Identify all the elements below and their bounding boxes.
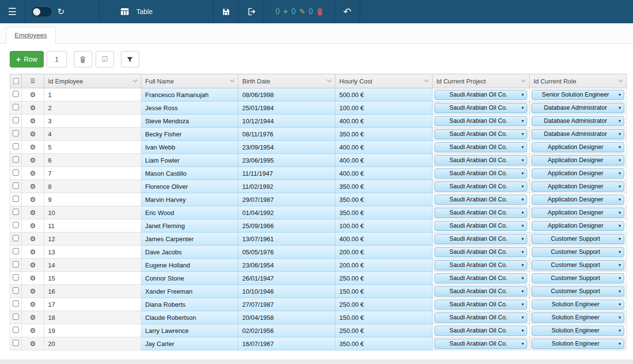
cell-hourly-cost[interactable]: 150.00 € bbox=[335, 285, 433, 298]
row-checkbox[interactable] bbox=[13, 117, 19, 123]
cell-full-name[interactable]: Xander Freeman bbox=[141, 285, 238, 298]
cell-hourly-cost[interactable]: 150.00 € bbox=[335, 311, 433, 324]
role-dropdown[interactable]: Customer Support ▾ bbox=[532, 286, 624, 297]
row-checkbox[interactable] bbox=[13, 248, 19, 254]
project-dropdown[interactable]: Saudi Arabian Oil Co. ▾ bbox=[434, 247, 527, 257]
column-header-hourly-cost[interactable]: Hourly Cost bbox=[335, 74, 433, 88]
cell-hourly-cost[interactable]: 200.00 € bbox=[335, 246, 433, 259]
column-header-full-name[interactable]: Full Name bbox=[141, 74, 238, 88]
row-checkbox[interactable] bbox=[13, 327, 19, 333]
gear-icon[interactable]: ⚙ bbox=[30, 235, 36, 243]
project-dropdown[interactable]: Saudi Arabian Oil Co. ▾ bbox=[434, 286, 527, 297]
project-dropdown[interactable]: Saudi Arabian Oil Co. ▾ bbox=[434, 221, 527, 231]
role-dropdown[interactable]: Application Designer ▾ bbox=[532, 208, 624, 218]
cell-hourly-cost[interactable]: 100.00 € bbox=[335, 101, 433, 115]
cell-full-name[interactable]: Dave Jacobs bbox=[141, 246, 238, 259]
cell-full-name[interactable]: Liam Fowler bbox=[141, 154, 238, 167]
cell-hourly-cost[interactable]: 400.00 € bbox=[335, 167, 433, 180]
role-dropdown[interactable]: Application Designer ▾ bbox=[532, 182, 624, 192]
cell-birth-date[interactable]: 23/06/1954 bbox=[238, 259, 335, 272]
row-checkbox[interactable] bbox=[13, 222, 19, 228]
gear-icon[interactable]: ⚙ bbox=[30, 248, 36, 256]
cell-birth-date[interactable]: 08/06/1998 bbox=[238, 88, 335, 101]
column-header-id-current-role[interactable]: Id Current Role bbox=[530, 74, 627, 88]
gear-icon[interactable]: ⚙ bbox=[30, 274, 36, 282]
project-dropdown[interactable]: Saudi Arabian Oil Co. ▾ bbox=[434, 208, 527, 218]
cell-birth-date[interactable]: 26/01/1947 bbox=[238, 272, 335, 285]
column-header-id-employee[interactable]: Id Employee bbox=[44, 74, 141, 88]
gear-icon[interactable]: ⚙ bbox=[30, 182, 36, 190]
cell-hourly-cost[interactable]: 350.00 € bbox=[335, 193, 433, 206]
cell-full-name[interactable]: Francesco Ramanujah bbox=[141, 88, 238, 101]
tab-employees[interactable]: Employees bbox=[6, 27, 56, 44]
project-dropdown[interactable]: Saudi Arabian Oil Co. ▾ bbox=[434, 155, 527, 165]
cell-full-name[interactable]: Eugene Holland bbox=[141, 259, 238, 272]
cell-hourly-cost[interactable]: 200.00 € bbox=[335, 259, 433, 272]
filter-button[interactable] bbox=[121, 51, 139, 67]
cell-birth-date[interactable]: 29/07/1987 bbox=[238, 193, 335, 206]
cell-birth-date[interactable]: 11/11/1947 bbox=[238, 167, 335, 180]
cell-hourly-cost[interactable]: 400.00 € bbox=[335, 115, 433, 128]
role-dropdown[interactable]: Application Designer ▾ bbox=[532, 221, 624, 231]
add-row-button[interactable]: + Row bbox=[10, 51, 44, 67]
delete-rows-button[interactable] bbox=[74, 51, 92, 67]
export-icon[interactable] bbox=[247, 7, 256, 17]
cell-hourly-cost[interactable]: 250.00 € bbox=[335, 298, 433, 311]
role-dropdown[interactable]: Customer Support ▾ bbox=[532, 273, 624, 283]
row-checkbox[interactable] bbox=[13, 91, 19, 97]
gear-icon[interactable]: ⚙ bbox=[30, 300, 36, 308]
project-dropdown[interactable]: Saudi Arabian Oil Co. ▾ bbox=[434, 326, 527, 336]
cell-birth-date[interactable]: 08/11/1976 bbox=[238, 128, 335, 141]
cell-full-name[interactable]: Steve Mendoza bbox=[141, 115, 238, 128]
menu-icon[interactable]: ☰ bbox=[7, 6, 18, 17]
cell-birth-date[interactable]: 20/04/1958 bbox=[238, 311, 335, 324]
chevron-down-icon[interactable] bbox=[618, 78, 623, 83]
gear-icon[interactable]: ⚙ bbox=[30, 91, 36, 99]
cell-hourly-cost[interactable]: 350.00 € bbox=[335, 128, 433, 141]
project-dropdown[interactable]: Saudi Arabian Oil Co. ▾ bbox=[434, 339, 527, 349]
row-checkbox[interactable] bbox=[13, 182, 19, 189]
gear-icon[interactable]: ⚙ bbox=[30, 130, 36, 138]
cell-hourly-cost[interactable]: 400.00 € bbox=[335, 141, 433, 154]
role-dropdown[interactable]: Application Designer ▾ bbox=[532, 155, 624, 165]
project-dropdown[interactable]: Saudi Arabian Oil Co. ▾ bbox=[434, 260, 527, 270]
cell-birth-date[interactable]: 25/01/1984 bbox=[238, 101, 335, 115]
cell-birth-date[interactable]: 23/09/1954 bbox=[238, 141, 335, 154]
undo-icon[interactable]: ↶ bbox=[343, 7, 351, 17]
cell-birth-date[interactable]: 10/12/1944 bbox=[238, 115, 335, 128]
gear-icon[interactable]: ⚙ bbox=[30, 314, 36, 321]
cell-birth-date[interactable]: 02/02/1956 bbox=[238, 324, 335, 337]
cell-full-name[interactable]: Claude Robertson bbox=[141, 311, 238, 324]
cell-full-name[interactable]: Diana Roberts bbox=[141, 298, 238, 311]
cell-full-name[interactable]: Larry Lawrence bbox=[141, 324, 238, 337]
cell-birth-date[interactable]: 01/04/1992 bbox=[238, 206, 335, 219]
role-dropdown[interactable]: Application Designer ▾ bbox=[532, 168, 624, 179]
role-dropdown[interactable]: Solution Engineer ▾ bbox=[532, 339, 624, 349]
cell-full-name[interactable]: Jesse Ross bbox=[141, 101, 238, 115]
gear-icon[interactable]: ⚙ bbox=[30, 156, 36, 164]
role-dropdown[interactable]: Solution Engineer ▾ bbox=[532, 326, 624, 336]
gear-icon[interactable]: ⚙ bbox=[30, 117, 36, 125]
row-checkbox[interactable] bbox=[13, 143, 19, 149]
gear-icon[interactable]: ⚙ bbox=[30, 222, 36, 230]
cell-birth-date[interactable]: 27/07/1987 bbox=[238, 298, 335, 311]
project-dropdown[interactable]: Saudi Arabian Oil Co. ▾ bbox=[434, 273, 527, 283]
gear-icon[interactable]: ⚙ bbox=[30, 169, 36, 177]
cell-birth-date[interactable]: 23/06/1995 bbox=[238, 154, 335, 167]
role-dropdown[interactable]: Solution Engineer ▾ bbox=[532, 313, 624, 323]
row-checkbox[interactable] bbox=[13, 314, 19, 320]
chevron-down-icon[interactable] bbox=[424, 78, 429, 83]
cell-birth-date[interactable]: 25/09/1966 bbox=[238, 219, 335, 232]
cell-hourly-cost[interactable]: 100.00 € bbox=[335, 219, 433, 232]
row-checkbox[interactable] bbox=[13, 209, 19, 215]
role-dropdown[interactable]: Customer Support ▾ bbox=[532, 260, 624, 270]
cell-hourly-cost[interactable]: 350.00 € bbox=[335, 206, 433, 219]
save-icon[interactable] bbox=[221, 7, 231, 17]
row-checkbox[interactable] bbox=[13, 340, 19, 346]
refresh-icon[interactable]: ↻ bbox=[57, 7, 65, 16]
cell-full-name[interactable]: Ivan Webb bbox=[141, 141, 238, 154]
project-dropdown[interactable]: Saudi Arabian Oil Co. ▾ bbox=[434, 195, 527, 205]
cell-hourly-cost[interactable]: 500.00 € bbox=[335, 88, 433, 101]
project-dropdown[interactable]: Saudi Arabian Oil Co. ▾ bbox=[434, 168, 527, 179]
gear-icon[interactable]: ⚙ bbox=[30, 327, 36, 334]
